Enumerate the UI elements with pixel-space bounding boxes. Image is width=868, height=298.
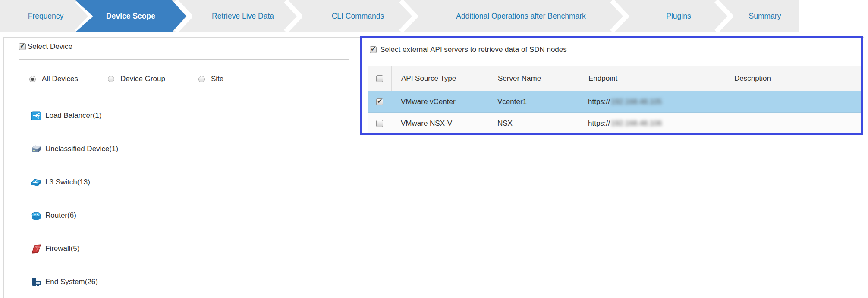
scope-radio-all-devices[interactable]: All Devices xyxy=(29,74,78,84)
tab-separator-chevron xyxy=(399,0,418,34)
device-type-unclassified-device-1-[interactable]: Unclassified Device(1) xyxy=(31,142,118,156)
wizard-tab-additional-operations-after-benchmark[interactable]: Additional Operations after Benchmark xyxy=(415,0,626,32)
cell-description xyxy=(728,91,862,112)
wizard-tab-cli-commands[interactable]: CLI Commands xyxy=(300,0,415,32)
cell-endpoint: https://192.168.48.105 xyxy=(582,91,728,112)
device-scope-box: All Devices Device Group Site Load Balan… xyxy=(19,59,349,298)
select-api-row: Select external API servers to retrieve … xyxy=(370,44,567,55)
redacted-ip: 192.168.48.105 xyxy=(611,98,662,106)
benchmark-wizard-page: FrequencyDevice ScopeRetrieve Live DataC… xyxy=(0,0,868,298)
scope-radio-label: Device Group xyxy=(120,75,165,83)
tab-separator-chevron xyxy=(610,0,629,34)
cell-api-source-type: VMware NSX-V xyxy=(391,113,487,134)
column-header-server-name: Server Name xyxy=(487,66,582,91)
device-type-label: Firewall(5) xyxy=(45,244,79,253)
cell-server-name: Vcenter1 xyxy=(487,91,582,112)
l3-switch-icon xyxy=(31,177,42,188)
column-header-endpoint: Endpoint xyxy=(582,66,728,91)
unclassified-device-icon xyxy=(31,143,42,155)
tab-separator-chevron xyxy=(714,0,733,34)
cell-description xyxy=(728,113,862,134)
device-type-label: Load Balancer(1) xyxy=(45,111,101,120)
wizard-tab-summary[interactable]: Summary xyxy=(731,0,799,32)
api-server-row[interactable]: VMware vCenter Vcenter1 https://192.168.… xyxy=(368,91,862,113)
device-scope-radio-row: All Devices Device Group Site xyxy=(19,60,349,89)
select-api-checkbox[interactable] xyxy=(370,46,377,53)
row-checkbox[interactable] xyxy=(376,98,383,105)
device-type-l3-switch-13-[interactable]: L3 Switch(13) xyxy=(31,175,90,189)
api-server-row[interactable]: VMware NSX-V NSX https://192.168.48.106 xyxy=(368,113,862,134)
tab-separator-chevron xyxy=(283,0,302,34)
cell-api-source-type: VMware vCenter xyxy=(391,91,487,112)
cell-endpoint: https://192.168.48.106 xyxy=(582,113,728,134)
wizard-tab-bar: FrequencyDevice ScopeRetrieve Live DataC… xyxy=(0,0,799,32)
column-header-api-source-type: API Source Type xyxy=(391,66,487,91)
select-device-label: Select Device xyxy=(28,42,72,51)
select-api-label: Select external API servers to retrieve … xyxy=(380,45,567,54)
scope-radio-label: All Devices xyxy=(42,75,78,83)
api-table-body: VMware vCenter Vcenter1 https://192.168.… xyxy=(368,91,862,134)
load-balancer-icon xyxy=(31,110,42,121)
redacted-ip: 192.168.48.106 xyxy=(611,119,662,128)
column-header-description: Description xyxy=(728,66,862,91)
select-device-row: Select Device xyxy=(19,41,72,52)
scope-radio-device-group[interactable]: Device Group xyxy=(108,74,165,84)
device-type-router-6-[interactable]: Router(6) xyxy=(31,209,76,222)
header-select-all-checkbox[interactable] xyxy=(376,75,383,82)
api-table-header-row: API Source TypeServer NameEndpointDescri… xyxy=(368,66,862,91)
scope-radio-label: Site xyxy=(211,75,223,83)
select-device-checkbox[interactable] xyxy=(19,43,26,50)
cell-server-name: NSX xyxy=(487,113,582,134)
radio-icon[interactable] xyxy=(29,76,36,82)
row-checkbox[interactable] xyxy=(376,120,383,127)
device-type-label: L3 Switch(13) xyxy=(45,178,90,187)
end-system-icon xyxy=(31,276,42,288)
scope-radio-site[interactable]: Site xyxy=(198,74,223,84)
router-icon xyxy=(31,210,42,221)
device-type-label: Unclassified Device(1) xyxy=(45,145,118,153)
device-type-load-balancer-1-[interactable]: Load Balancer(1) xyxy=(31,109,101,123)
api-server-table: API Source TypeServer NameEndpointDescri… xyxy=(368,66,862,298)
device-type-firewall-5-[interactable]: Firewall(5) xyxy=(31,242,79,256)
radio-icon[interactable] xyxy=(108,76,114,82)
device-type-label: End System(26) xyxy=(45,278,98,286)
device-type-end-system-26-[interactable]: End System(26) xyxy=(31,275,98,289)
device-type-label: Router(6) xyxy=(45,211,76,220)
firewall-icon xyxy=(31,243,42,254)
radio-icon[interactable] xyxy=(198,76,205,82)
